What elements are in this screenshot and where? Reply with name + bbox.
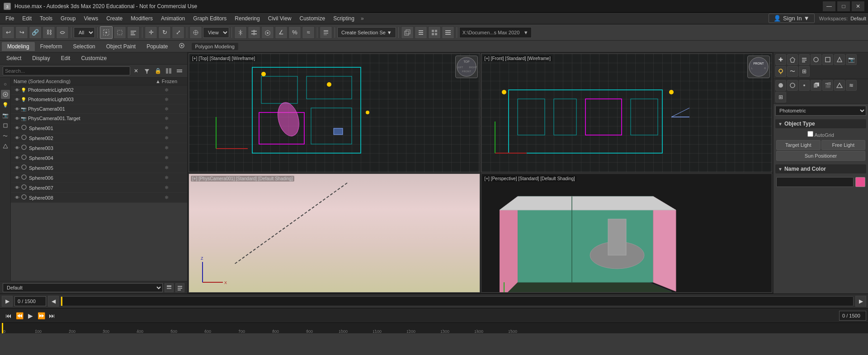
tab-settings[interactable] [174,42,190,51]
select-by-name-button[interactable] [127,26,140,39]
col-frozen-header[interactable]: ▲ Frozen [148,79,184,84]
scene-tab-edit[interactable]: Edit [57,54,74,62]
bind-space-warp-button[interactable] [56,26,69,39]
wave-icon[interactable]: ≋ [846,80,857,91]
menu-edit[interactable]: Edit [19,14,35,23]
edit-named-layers-button[interactable] [320,26,332,39]
tab-modeling[interactable]: Modeling [2,42,35,51]
align-button[interactable] [248,26,260,39]
sign-in-button[interactable]: 👤 Sign In ▼ [769,14,815,23]
list-item[interactable]: 👁 Sphere003 ❄ [11,143,187,153]
selection-filter-dropdown[interactable]: All [74,27,95,38]
visibility-icon[interactable]: 👁 [14,184,21,192]
color-swatch[interactable] [855,177,865,187]
menu-views[interactable]: Views [80,14,102,23]
scene-select-mode-button[interactable]: ○ [1,79,10,89]
mirror-button[interactable] [234,26,247,39]
circle-icon-1[interactable] [775,80,786,91]
timeline-next-button[interactable]: ▶ [855,296,866,307]
visibility-icon[interactable]: 👁 [14,194,21,201]
scene-geo-button[interactable] [1,121,10,130]
move-button[interactable]: ✛ [145,26,157,39]
camera-button[interactable]: 📷 [846,54,857,65]
menu-modifiers[interactable]: Modifiers [127,14,156,23]
layer-dropdown[interactable]: Default [3,283,163,292]
scene-items-scroll[interactable]: 👁 💡 PhotometricLight002 ❄ 👁 💡 Photometri… [11,85,187,281]
visibility-icon[interactable]: 👁 [14,135,21,142]
layer-manager-button[interactable] [415,26,427,39]
scale-button[interactable]: ⤢ [172,26,184,39]
list-item[interactable]: 👁 💡 PhotometricLight002 ❄ [11,85,187,95]
named-sel-copy-button[interactable] [401,26,414,39]
name-color-header[interactable]: ▼ Name and Color [775,164,866,173]
sun-positioner-button[interactable]: Sun Positioner [776,151,865,161]
scene-bulb-button[interactable]: 💡 [1,100,10,109]
scene-helper-button[interactable] [1,142,10,151]
table-view-button[interactable] [428,26,441,39]
list-item[interactable]: 👁 Sphere004 ❄ [11,153,187,163]
menu-more[interactable]: » [359,15,366,22]
path-dropdown-icon[interactable]: ▼ [524,30,528,35]
skip-to-end-button[interactable]: ⏭ [47,311,57,321]
viewport-front[interactable]: [+] [Front] [Standard] [Wireframe] [481,53,773,173]
viewport-camera[interactable]: [+] [PhysCamera001] [Standard] [Default … [189,173,480,293]
layer-settings-button[interactable] [175,283,184,292]
viewport-perspective[interactable]: [+] [Perspective] [Standard] [Default Sh… [481,173,773,293]
timeline-track[interactable] [61,296,854,306]
menu-group[interactable]: Group [57,14,79,23]
select-region-button[interactable] [113,26,126,39]
scene-search-input[interactable] [3,66,130,75]
rotate-button[interactable]: ↻ [158,26,171,39]
video-icon[interactable]: 🎬 [822,80,833,91]
scene-tab-customize[interactable]: Customize [77,54,110,62]
tab-selection[interactable]: Selection [67,42,100,51]
menu-create[interactable]: Create [103,14,126,23]
sphere-button[interactable] [811,54,821,65]
menu-animation[interactable]: Animation [157,14,189,23]
visibility-icon[interactable]: 👁 [14,96,21,103]
scene-spline-button[interactable]: 〜 [1,131,10,140]
grid-icon[interactable]: ⊞ [775,92,786,103]
visibility-icon[interactable]: 👁 [14,86,21,93]
list-item[interactable]: 👁 Sphere002 ❄ [11,133,187,143]
spinner-snap-button[interactable]: ≈ [302,26,315,39]
list-item[interactable]: 👁 Sphere008 ❄ [11,193,187,203]
scene-camera-button[interactable]: 📷 [1,111,10,120]
list-view-button[interactable] [442,26,454,39]
select-object-button[interactable] [100,26,113,39]
dot-icon[interactable] [799,80,810,91]
target-light-button[interactable]: Target Light [776,140,821,150]
menu-rendering[interactable]: Rendering [231,14,263,23]
object-type-header[interactable]: ▼ Object Type [775,119,866,128]
close-button[interactable]: ✕ [852,1,864,11]
percent-snap-button[interactable]: % [288,26,301,39]
play-anim-button[interactable]: ▶ [25,311,35,321]
view-coord-dropdown[interactable]: View [203,27,229,38]
list-item[interactable]: 👁 Sphere006 ❄ [11,173,187,183]
unlink-button[interactable]: ⛓ [42,26,55,39]
menu-file[interactable]: File [2,14,18,23]
angle-snap-button[interactable]: ∠ [275,26,288,39]
view-cube-top[interactable]: TOP RIGHT LEFT FRONT [455,56,478,78]
scene-lock-button[interactable]: 🔒 [153,66,163,76]
scene-tab-select[interactable]: Select [3,54,25,62]
layer-manage-button[interactable] [165,283,174,292]
play-button[interactable]: ▶ [2,296,13,307]
minimize-button[interactable]: — [823,1,835,11]
list-item[interactable]: 👁 Sphere005 ❄ [11,163,187,173]
photometric-dropdown[interactable]: Photometric [775,106,866,116]
skip-to-start-button[interactable]: ⏮ [4,311,14,321]
tab-object-paint[interactable]: Object Paint [101,42,141,51]
col-name-header[interactable]: Name (Sorted Ascending) [14,79,148,84]
cone-button[interactable] [834,54,845,65]
scene-tab-display[interactable]: Display [28,54,53,62]
curves-button[interactable]: 〜 [787,66,798,77]
link-button[interactable]: 🔗 [29,26,42,39]
cube-icon[interactable] [811,80,821,91]
timeline-prev-button[interactable]: ◀ [48,296,59,307]
next-frame-button[interactable]: ⏩ [36,311,46,321]
list-item[interactable]: 👁 Sphere007 ❄ [11,183,187,193]
create-selection-button[interactable]: Create Selection Se ▼ [337,27,396,38]
menu-scripting[interactable]: Scripting [330,14,358,23]
undo-button[interactable]: ↩ [2,26,14,39]
